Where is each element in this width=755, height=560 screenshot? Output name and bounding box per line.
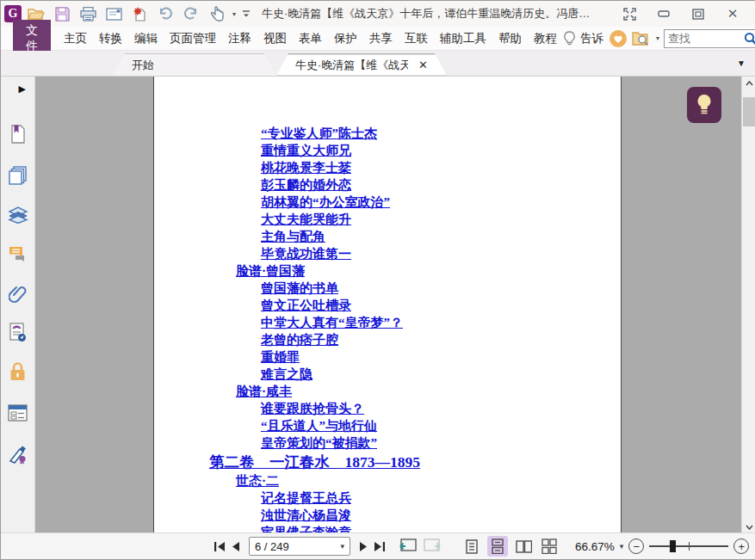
page-combo-caret[interactable]: ▾ [340,542,344,551]
menu-item[interactable]: 注释 [222,27,257,51]
toc-link[interactable]: 世态·二 [154,472,621,489]
toc-link[interactable]: 浊世清心杨昌浚 [154,507,621,524]
toc-link[interactable]: 皇帝策划的“被捐款” [154,434,621,452]
save-button[interactable] [51,3,73,24]
toc-link[interactable]: 脸谱·曾国藩 [154,262,621,280]
zoom-slider-handle[interactable] [670,540,676,552]
lightbulb-outline-icon[interactable] [563,31,576,46]
zoom-slider[interactable] [649,538,728,555]
tellme-label[interactable]: 告诉 [580,31,604,46]
zoom-out-button[interactable]: − [628,538,644,554]
hand-tool-button[interactable] [206,3,228,24]
new-from-file-button[interactable] [128,3,151,24]
single-page-button[interactable] [461,536,482,557]
undo-button[interactable] [154,3,176,24]
hand-tool-dropdown-caret[interactable]: ▾ [232,10,236,18]
toc-link[interactable]: 脸谱·咸丰 [154,383,621,400]
toc-link[interactable]: “且乐道人”与地行仙 [154,417,621,434]
document-tab-bar: 开始 牛史·晚清篇【维《战天... ✕ ▼ [1,51,755,77]
search-folder-caret[interactable]: ▾ [656,34,659,42]
customize-toolbar-button[interactable] [239,3,253,24]
menu-item[interactable]: 帮助 [492,27,528,51]
print-button[interactable] [77,3,99,24]
favorite-heart-icon[interactable] [609,29,628,48]
document-canvas[interactable]: “专业鉴人师”陈士杰重情重义大师兄桃花晚景李士棻彭玉麟的婚外恋胡林翼的“办公室政… [35,77,741,534]
scrollbar-thumb[interactable] [743,97,755,126]
toc-link[interactable]: “专业鉴人师”陈士杰 [154,125,621,142]
continuous-page-button[interactable] [487,536,508,557]
menu-item[interactable]: 主页 [58,27,93,51]
toc-link[interactable]: 难言之隐 [154,366,621,383]
assistant-bulb-button[interactable] [687,87,721,123]
menu-item[interactable]: 教程 [528,27,563,51]
bookmarks-panel-button[interactable] [8,124,28,145]
menu-item[interactable]: 转换 [93,27,128,51]
float-toolbar-button[interactable] [615,3,644,24]
facing-pages-button[interactable] [513,536,534,557]
close-button[interactable]: ✕ [718,3,747,24]
previous-view-button[interactable] [398,538,417,555]
find-magnifier-icon[interactable] [744,32,755,46]
scroll-up-arrow[interactable] [742,77,755,90]
menu-item[interactable]: 表单 [293,27,328,51]
email-button[interactable] [102,3,125,24]
search-folder-icon[interactable] [632,31,651,46]
vertical-scrollbar[interactable] [741,77,755,534]
toc-link[interactable]: 胡林翼的“办公室政治” [154,194,621,211]
security-panel-button[interactable] [8,361,28,382]
toc-link[interactable]: 曾国藩的书单 [154,280,621,297]
toc-link[interactable]: 彭玉麟的婚外恋 [154,176,621,194]
last-page-button[interactable] [374,541,386,552]
menu-item[interactable]: 编辑 [128,27,164,51]
toc-link[interactable]: 老曾的痞子腔 [154,331,621,348]
toc-link[interactable]: 重婚罪 [154,348,621,366]
menu-item[interactable]: 共享 [363,27,399,51]
redo-icon [183,7,199,21]
toc-link[interactable]: 桃花晚景李士棻 [154,159,621,176]
toc-link[interactable]: 大丈夫能哭能升 [154,211,621,228]
zoom-in-button[interactable]: + [733,538,749,554]
toc-link[interactable]: 中堂大人真有“皇帝梦”？ [154,314,621,331]
signatures-panel-button[interactable] [8,444,28,465]
toc-link[interactable]: 记名提督王总兵 [154,489,621,507]
zoom-percentage[interactable]: 66.67% [575,540,615,553]
certified-document-icon [9,322,28,342]
toc-link[interactable]: 主角与配角 [154,228,621,245]
page-thumbnails-panel-button[interactable] [8,165,28,186]
toc-link[interactable]: 曾文正公吐槽录 [154,297,621,314]
page-layout-modes [461,536,560,557]
menu-item[interactable]: 辅助工具 [434,27,492,51]
comments-panel-button[interactable] [8,244,28,265]
tab-start[interactable]: 开始 [113,53,276,76]
panel-expand-arrow-icon[interactable]: ▶ [19,83,26,95]
next-page-button[interactable] [359,541,368,552]
menu-item[interactable]: 互联 [399,27,434,51]
page-number-combo[interactable]: 6 / 249 ▾ [249,537,350,556]
redo-button[interactable] [180,3,202,24]
attachments-panel-button[interactable] [8,284,28,305]
layers-icon [8,206,28,224]
previous-page-button[interactable] [231,541,240,552]
tab-close-icon[interactable]: ✕ [418,58,428,71]
continuous-facing-icon [541,538,557,554]
minimize-button[interactable] [649,3,678,24]
toc-link[interactable]: 谁要跟朕抢骨头？ [154,400,621,417]
find-input[interactable] [668,32,744,45]
certificates-panel-button[interactable] [8,322,28,342]
layers-panel-button[interactable] [8,205,28,225]
continuous-facing-button[interactable] [539,536,560,557]
menu-bar: 文件 主页转换编辑页面管理注释视图表单保护共享互联辅助工具帮助教程 告诉 ▾ ▾… [1,27,755,51]
zoom-dropdown-caret[interactable]: ▾ [620,542,624,551]
toc-link[interactable]: 重情重义大师兄 [154,142,621,159]
toc-link[interactable]: 毕竟战功谁第一 [154,245,621,262]
tab-list-dropdown[interactable]: ▼ [737,58,755,68]
menu-item[interactable]: 视图 [257,27,293,51]
fields-panel-button[interactable] [8,403,28,423]
next-view-button[interactable] [424,538,442,555]
menu-item[interactable]: 保护 [328,27,363,51]
first-page-button[interactable] [214,541,226,552]
menu-item[interactable]: 页面管理 [164,27,222,51]
tab-document-active[interactable]: 牛史·晚清篇【维《战天... ✕ [276,53,447,76]
maximize-button[interactable] [684,3,713,24]
toc-link[interactable]: 第二卷 一江春水 1873—1895 [154,452,621,472]
